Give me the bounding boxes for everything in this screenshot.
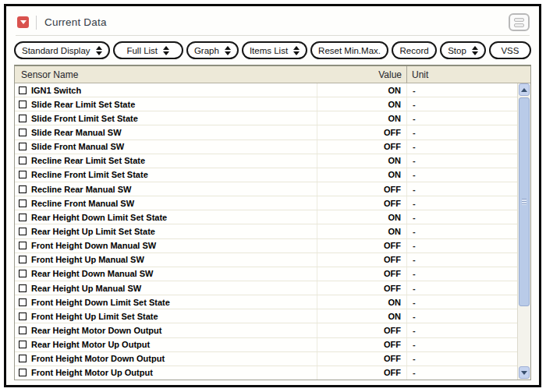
row-checkbox[interactable]: [19, 298, 27, 306]
row-checkbox[interactable]: [19, 143, 27, 150]
column-header-unit: Unit: [407, 69, 530, 80]
sensor-unit: -: [407, 168, 530, 182]
toolbar-button-label: Full List: [126, 46, 158, 55]
sensor-unit: -: [407, 196, 530, 210]
table-row: Front Height Down Manual SWOFF-: [15, 239, 530, 253]
row-checkbox[interactable]: [19, 214, 27, 221]
row-checkbox[interactable]: [19, 313, 27, 320]
row-checkbox[interactable]: [19, 101, 27, 108]
toolbar-button-label: Stop: [448, 46, 466, 55]
sensor-value: ON: [317, 309, 407, 323]
sensor-value: ON: [317, 210, 407, 224]
scroll-down-button[interactable]: [519, 366, 530, 379]
collapse-caret-icon[interactable]: [17, 16, 29, 28]
row-checkbox[interactable]: [19, 185, 27, 193]
table-body-wrap: IGN1 SwitchON-Slide Rear Limit Set State…: [15, 83, 530, 380]
sensor-name-cell: Rear Height Motor Up Output: [15, 338, 317, 351]
chevron-up-icon: [521, 88, 527, 92]
sensor-value: OFF: [317, 366, 407, 380]
sensor-name-cell: Slide Front Limit Set State: [15, 111, 317, 125]
table-row: Recline Front Manual SWOFF-: [15, 196, 530, 210]
table-row: IGN1 SwitchON-: [15, 83, 530, 97]
sensor-unit: -: [407, 295, 530, 309]
down-triangle-icon: [20, 20, 27, 24]
scroll-up-button[interactable]: [519, 83, 530, 96]
display-mode-icon[interactable]: [509, 13, 530, 31]
table-header: Sensor Name Value Unit: [15, 66, 530, 83]
table-row: Recline Front Limit Set StateON-: [15, 168, 530, 182]
sensor-name: Recline Front Limit Set State: [31, 170, 148, 179]
sensor-name-cell: Front Height Motor Up Output: [15, 366, 317, 380]
toolbar-button-label: VSS: [501, 46, 519, 55]
sensor-name: Slide Front Limit Set State: [31, 114, 138, 123]
toolbar-button-reset-min-max[interactable]: Reset Min.Max.: [310, 41, 388, 59]
toolbar-button-graph[interactable]: Graph: [186, 41, 239, 59]
row-checkbox[interactable]: [19, 284, 27, 292]
sensor-name: Rear Height Down Limit Set State: [31, 213, 167, 222]
toolbar-button-full-list[interactable]: Full List: [113, 41, 183, 59]
table-row: Front Height Up Limit Set StateON-: [15, 309, 530, 323]
sensor-name: Rear Height Up Manual SW: [31, 284, 141, 293]
row-checkbox[interactable]: [19, 256, 27, 263]
sensor-name-cell: Front Height Down Manual SW: [15, 239, 317, 253]
column-header-value: Value: [317, 66, 407, 83]
sensor-value: ON: [317, 83, 407, 97]
row-checkbox[interactable]: [19, 355, 27, 362]
row-checkbox[interactable]: [19, 369, 27, 376]
row-checkbox[interactable]: [19, 115, 27, 122]
row-checkbox[interactable]: [19, 242, 27, 249]
sensor-name-cell: Slide Front Manual SW: [15, 140, 317, 154]
sensor-value: OFF: [317, 253, 407, 267]
row-checkbox[interactable]: [19, 129, 27, 136]
title-divider: [36, 16, 37, 30]
updown-spinner-icon: [163, 46, 169, 55]
table-row: Slide Rear Manual SWOFF-: [15, 125, 530, 139]
sensor-name: Front Height Motor Down Output: [31, 354, 165, 363]
updown-spinner-icon: [293, 46, 300, 55]
title-bar: Current Data: [17, 12, 530, 33]
sensor-name-cell: Front Height Up Manual SW: [15, 253, 317, 267]
title-separator: [16, 35, 530, 36]
sensor-value: ON: [317, 295, 407, 309]
table-row: Rear Height Up Manual SWOFF-: [15, 281, 530, 295]
toolbar-button-record[interactable]: Record: [392, 41, 437, 59]
sensor-value: OFF: [317, 323, 407, 337]
sensor-value: OFF: [317, 338, 407, 351]
toolbar-button-label: Standard Display: [22, 46, 90, 55]
sensor-unit: -: [407, 182, 530, 196]
row-checkbox[interactable]: [19, 270, 27, 277]
table-row: Recline Rear Limit Set StateON-: [15, 154, 530, 168]
current-data-window: Current Data Standard DisplayFull ListGr…: [4, 4, 541, 387]
sensor-name-cell: Rear Height Down Manual SW: [15, 267, 317, 281]
toolbar-button-vss[interactable]: VSS: [489, 41, 531, 59]
sensor-name-cell: Recline Rear Manual SW: [15, 182, 317, 196]
row-checkbox[interactable]: [19, 171, 27, 178]
toolbar-button-stop[interactable]: Stop: [440, 41, 486, 59]
vertical-scrollbar[interactable]: [517, 83, 530, 380]
sensor-name: Slide Front Manual SW: [31, 142, 124, 151]
sensor-name: Slide Rear Manual SW: [31, 128, 122, 137]
bar-icon: [514, 23, 524, 27]
table-row: Rear Height Down Manual SWOFF-: [15, 267, 530, 281]
row-checkbox[interactable]: [19, 87, 27, 94]
sensor-unit: -: [407, 338, 530, 351]
toolbar-button-items-list[interactable]: Items List: [242, 41, 307, 59]
sensor-name: Front Height Up Limit Set State: [31, 312, 158, 321]
row-checkbox[interactable]: [19, 327, 27, 334]
table-row: Front Height Motor Up OutputOFF-: [15, 366, 530, 380]
sensor-name: Rear Height Motor Up Output: [31, 340, 150, 349]
scrollbar-thumb[interactable]: [519, 97, 530, 306]
row-checkbox[interactable]: [19, 157, 27, 164]
sensor-name-cell: Recline Front Limit Set State: [15, 168, 317, 182]
row-checkbox[interactable]: [19, 200, 27, 207]
sensor-name: Recline Rear Manual SW: [31, 185, 131, 194]
sensor-name-cell: Rear Height Down Limit Set State: [15, 210, 317, 224]
toolbar-button-label: Graph: [194, 46, 219, 55]
toolbar-button-standard-display[interactable]: Standard Display: [14, 41, 110, 59]
column-header-sensor-name: Sensor Name: [15, 69, 317, 80]
sensor-name: Front Height Down Manual SW: [31, 241, 156, 250]
table-row: Front Height Up Manual SWOFF-: [15, 253, 530, 267]
row-checkbox[interactable]: [19, 228, 27, 235]
row-checkbox[interactable]: [19, 341, 27, 348]
sensor-unit: -: [407, 83, 530, 97]
